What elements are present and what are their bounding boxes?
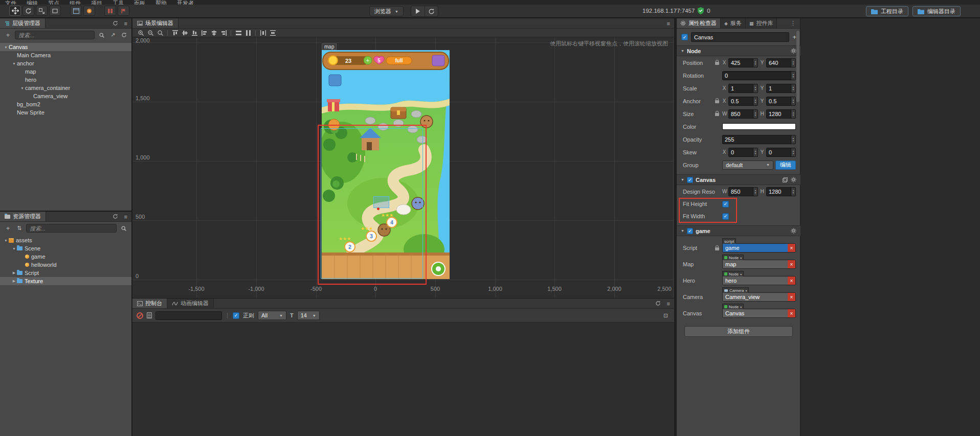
- game-enabled-checkbox[interactable]: ✓: [687, 228, 693, 234]
- spinner[interactable]: ▴▾: [753, 97, 758, 105]
- scene-viewport[interactable]: 2,000 1,500 1,000 500 0 -1,500 -1,000 -5…: [132, 37, 674, 298]
- create-node-button[interactable]: +: [4, 31, 12, 40]
- assets-search-input[interactable]: [26, 224, 117, 233]
- tree-node-new-sprite[interactable]: New Sprite: [0, 108, 131, 117]
- canvas-section-header[interactable]: ▼ ✓ Canvas: [677, 174, 800, 185]
- collapse-arrow-icon[interactable]: ▼: [681, 49, 684, 53]
- locate-icon[interactable]: ↗: [108, 31, 117, 40]
- game-section-header[interactable]: ▼ ✓ game: [677, 225, 800, 236]
- align-bottom-icon[interactable]: [190, 29, 198, 36]
- chevron-down-icon[interactable]: ▾: [740, 272, 742, 276]
- red-tool-button-1[interactable]: [104, 6, 116, 16]
- spinner[interactable]: ▴▾: [753, 59, 758, 67]
- spinner[interactable]: ▴▾: [753, 110, 758, 118]
- fit-height-checkbox[interactable]: ✓: [722, 201, 729, 208]
- panel-refresh-icon[interactable]: [654, 299, 662, 308]
- scale-x-input[interactable]: 1▴▾: [728, 84, 758, 93]
- tree-node-bg-bom2[interactable]: bg_bom2: [0, 100, 131, 108]
- remove-reference-button[interactable]: ×: [788, 277, 795, 285]
- tab-hierarchy[interactable]: 层级管理器: [0, 18, 46, 28]
- panel-menu-icon[interactable]: ≡: [124, 214, 127, 220]
- copy-icon[interactable]: [783, 177, 788, 182]
- refresh-button[interactable]: [425, 6, 438, 16]
- node-active-checkbox[interactable]: ✓: [681, 34, 688, 40]
- edit-group-button[interactable]: 编辑: [775, 160, 796, 170]
- expand-arrow-icon[interactable]: ▼: [3, 239, 9, 242]
- panel-menu-icon[interactable]: ≡: [667, 20, 670, 27]
- position-x-input[interactable]: 425▴▾: [728, 58, 758, 67]
- anchor-x-input[interactable]: 0.5▴▾: [728, 97, 758, 106]
- expand-arrow-icon[interactable]: ▼: [19, 86, 25, 90]
- align-hcenter-icon[interactable]: [210, 29, 218, 36]
- lock-icon[interactable]: [715, 62, 719, 65]
- panel-menu-icon[interactable]: ≡: [124, 20, 127, 27]
- scrollbar-thumb[interactable]: [796, 31, 799, 102]
- console-output[interactable]: [132, 322, 674, 436]
- align-left-icon[interactable]: [200, 29, 208, 36]
- node-name-input[interactable]: [691, 32, 789, 42]
- distribute-v-icon[interactable]: [269, 29, 277, 36]
- tab-console[interactable]: 控制台: [132, 299, 167, 308]
- clear-console-button[interactable]: [137, 312, 143, 319]
- spinner[interactable]: ▴▾: [791, 72, 795, 80]
- tab-animation-editor[interactable]: 动画编辑器: [167, 299, 214, 308]
- remove-reference-button[interactable]: ×: [788, 244, 795, 252]
- spinner[interactable]: ▴▾: [791, 110, 795, 118]
- node-section-header[interactable]: ▼ Node: [677, 45, 800, 56]
- panel-refresh-icon[interactable]: [111, 19, 120, 28]
- menu-component[interactable]: 组件: [70, 0, 81, 5]
- hierarchy-search-input[interactable]: [15, 31, 95, 39]
- create-asset-button[interactable]: +: [4, 224, 12, 233]
- asset-node-scene[interactable]: ▼Scene: [0, 244, 131, 253]
- distribute-h-icon[interactable]: [259, 29, 267, 36]
- same-height-icon[interactable]: [244, 29, 252, 36]
- spinner[interactable]: ▴▾: [791, 148, 795, 156]
- tree-node-camera-container[interactable]: ▼camera_container: [0, 84, 131, 92]
- transform-gizmo-handle[interactable]: [373, 196, 389, 208]
- size-w-input[interactable]: 850▴▾: [728, 109, 758, 119]
- gear-icon[interactable]: [791, 48, 796, 54]
- scale-y-input[interactable]: 1▴▾: [766, 84, 796, 93]
- expand-arrow-icon[interactable]: ▶: [11, 279, 17, 283]
- spinner[interactable]: ▴▾: [791, 135, 795, 144]
- inspector-plus-button[interactable]: +: [792, 33, 796, 41]
- tab-properties[interactable]: 属性检查器: [677, 18, 721, 28]
- menu-project[interactable]: 项目: [91, 0, 102, 5]
- tab-assets[interactable]: 资源管理器: [0, 212, 46, 221]
- log-file-icon[interactable]: [147, 312, 152, 318]
- font-size-dropdown[interactable]: 14 ▼: [297, 311, 320, 320]
- rotation-input[interactable]: 0▴▾: [722, 71, 796, 80]
- play-button[interactable]: [411, 6, 425, 16]
- skew-x-input[interactable]: 0▴▾: [728, 148, 758, 157]
- anchor-y-input[interactable]: 0.5▴▾: [766, 97, 796, 106]
- collapse-arrow-icon[interactable]: ▼: [681, 178, 684, 181]
- same-width-icon[interactable]: [234, 29, 242, 36]
- fit-width-checkbox[interactable]: ✓: [722, 213, 729, 220]
- menu-developer[interactable]: 开发者: [177, 0, 194, 5]
- gear-icon[interactable]: [791, 177, 796, 182]
- menu-panel[interactable]: 面板: [134, 0, 145, 5]
- menu-file[interactable]: 文件: [5, 0, 16, 5]
- tab-scene-editor[interactable]: 场景编辑器: [132, 18, 179, 28]
- tree-node-main-camera[interactable]: Main Camera: [0, 51, 131, 59]
- menu-node[interactable]: 节点: [48, 0, 59, 5]
- popout-icon[interactable]: ⊡: [661, 311, 670, 320]
- expand-arrow-icon[interactable]: ▶: [11, 271, 17, 275]
- chevron-down-icon[interactable]: ▾: [740, 305, 742, 309]
- skew-y-input[interactable]: 0▴▾: [766, 148, 796, 157]
- rotate-tool-button[interactable]: [23, 6, 34, 16]
- group-dropdown[interactable]: default ▼: [722, 160, 773, 170]
- add-component-button[interactable]: 添加组件: [684, 326, 793, 337]
- script-reference-field[interactable]: game ×: [722, 243, 796, 253]
- design-width-input[interactable]: 850▴▾: [728, 187, 758, 196]
- expand-arrow-icon[interactable]: ▼: [11, 62, 17, 65]
- search-icon[interactable]: [97, 31, 106, 40]
- project-directory-button[interactable]: 工程目录: [866, 6, 908, 16]
- tab-service[interactable]: ◈ 服务: [721, 18, 746, 28]
- editor-directory-button[interactable]: 编辑器目录: [912, 6, 961, 16]
- tree-node-hero[interactable]: hero: [0, 76, 131, 84]
- canvas-reference-field[interactable]: Canvas ×: [722, 309, 796, 318]
- collapse-arrow-icon[interactable]: ▼: [681, 229, 684, 233]
- move-tool-button[interactable]: [9, 6, 21, 16]
- remove-reference-button[interactable]: ×: [788, 293, 795, 301]
